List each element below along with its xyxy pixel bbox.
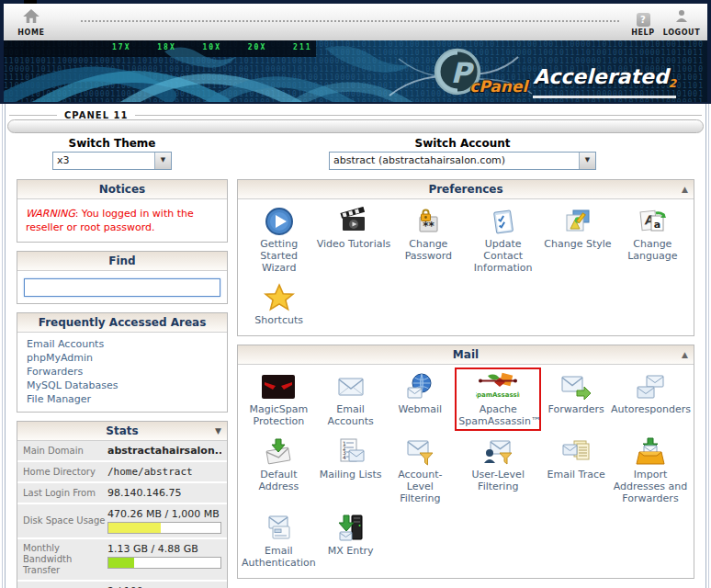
icon-item-import-addresses-and-forwarders[interactable]: Import Addresses and Forwarders <box>611 435 690 504</box>
cpanel-banner: 0100100111000011011011110101001110000011… <box>4 40 707 102</box>
top-frame: HOME HELP LOGOUT 01001001110000110110111… <box>0 0 711 104</box>
stats-row-value: abstractahairsalon... <box>107 445 221 457</box>
icon-item-update-contact-information[interactable]: Update Contact Information <box>466 205 540 274</box>
default-address-icon <box>264 435 293 469</box>
switch-account-group: Switch Account abstract (abstractahairsa… <box>329 137 596 170</box>
email-trace-icon <box>561 435 591 469</box>
star-icon <box>264 281 295 314</box>
envelope-icon <box>336 370 366 403</box>
stats-header[interactable]: Stats <box>17 422 227 441</box>
icon-item-label: Account-Level Filtering <box>386 469 456 504</box>
usage-bar-fill <box>108 523 161 533</box>
sidebar-link-forwarders[interactable]: Forwarders <box>27 365 218 379</box>
icon-item-apache-spamassassin[interactable]: SpamAssassinApache SpamAssassin™ <box>455 368 541 431</box>
stats-row-label: Monthly Bandwidth Transfer <box>23 543 107 576</box>
chevron-down-icon[interactable] <box>579 153 595 169</box>
icon-item-label: Update Contact Information <box>466 238 540 274</box>
sidebar-link-mysql-databases[interactable]: MySQL Databases <box>27 379 218 392</box>
sidebar-link-file-manager[interactable]: File Manager <box>27 392 218 406</box>
warning-prefix: WARNING <box>26 208 75 220</box>
icon-item-shortcuts[interactable]: Shortcuts <box>242 281 316 326</box>
chevron-down-icon[interactable] <box>154 153 171 169</box>
webmail-icon <box>405 370 434 403</box>
icon-item-magicspam-protection[interactable]: MagicSpam Protection <box>242 370 316 428</box>
icon-item-label: MagicSpam Protection <box>242 403 316 427</box>
usage-bar-fill <box>108 558 134 568</box>
icon-item-label: Autoresponders <box>611 403 690 415</box>
icon-item-label: Import Addresses and Forwarders <box>611 469 690 504</box>
account-select[interactable]: abstract (abstractahairsalon.com) <box>329 152 596 170</box>
section-header-preferences[interactable]: Preferences <box>238 180 694 199</box>
icon-item-webmail[interactable]: Webmail <box>386 370 456 428</box>
account-filter-icon <box>405 435 434 469</box>
usage-bar <box>107 522 221 534</box>
mx-entry-icon <box>336 512 366 545</box>
sidebar-link-phpmyadmin[interactable]: phpMyAdmin <box>27 351 218 365</box>
help-button[interactable]: HELP <box>626 9 660 37</box>
icon-item-label: Webmail <box>399 403 443 415</box>
autoresponder-icon <box>636 370 665 403</box>
brand-accelerated-text: Accelerated2 <box>533 65 676 98</box>
icon-item-label: Getting Started Wizard <box>242 238 316 274</box>
icon-item-change-language[interactable]: AaChange Language <box>615 205 690 274</box>
help-label: HELP <box>626 28 660 37</box>
icon-item-default-address[interactable]: Default Address <box>242 435 316 504</box>
icon-item-label: Change Password <box>391 238 466 262</box>
icon-item-label: Email Authentication <box>242 545 316 569</box>
icon-item-label: MX Entry <box>328 545 374 557</box>
mailing-lists-icon: 1234 <box>336 435 366 469</box>
sidebar-link-email-accounts[interactable]: Email Accounts <box>27 337 218 351</box>
find-input[interactable] <box>24 278 220 297</box>
switch-account-label: Switch Account <box>329 137 596 150</box>
cpanel11-strip: CPANEL 11 <box>0 104 711 137</box>
stats-row-label: Last Login From <box>23 488 107 499</box>
home-button[interactable]: HOME <box>13 9 50 37</box>
icon-item-label: User-Level Filtering <box>458 469 537 492</box>
icon-item-change-password[interactable]: **Change Password <box>391 205 466 274</box>
icon-item-email-authentication[interactable]: Email Authentication <box>242 512 316 569</box>
icon-item-user-level-filtering[interactable]: User-Level Filtering <box>455 435 541 504</box>
icon-grid: MagicSpam ProtectionEmail AccountsWebmai… <box>238 365 694 578</box>
stats-row-value: /home/abstract <box>107 466 221 478</box>
icon-item-autoresponders[interactable]: Autoresponders <box>611 370 690 428</box>
icon-item-email-accounts[interactable]: Email Accounts <box>316 370 386 428</box>
stats-row-label: Disk Space Usage <box>23 515 107 526</box>
icon-item-getting-started-wizard[interactable]: Getting Started Wizard <box>242 205 316 274</box>
logout-button[interactable]: LOGOUT <box>661 9 702 37</box>
icon-item-email-trace[interactable]: Email Trace <box>541 435 611 504</box>
theme-select-value: x3 <box>53 153 154 169</box>
svg-text:a: a <box>654 219 660 231</box>
feature-sections: PreferencesGetting Started WizardVideo T… <box>237 179 694 587</box>
icon-item-video-tutorials[interactable]: Video Tutorials <box>316 205 390 274</box>
stats-row-disk-space-usage: Disk Space Usage470.26 MB / 1,000 MB <box>17 504 227 539</box>
rounded-tab-bar <box>7 119 704 133</box>
frequently-accessed-header: Frequently Accessed Areas <box>17 313 227 333</box>
stats-row-last-login-from: Last Login From98.140.146.75 <box>17 483 227 504</box>
password-lock-icon: ** <box>413 205 443 238</box>
play-circle-icon <box>265 205 294 238</box>
theme-select[interactable]: x3 <box>52 152 172 170</box>
usage-bar <box>107 557 221 569</box>
icon-item-mailing-lists[interactable]: 1234Mailing Lists <box>316 435 386 504</box>
stats-row-email-accounts: Email Accounts2 / 100 <box>17 582 227 588</box>
top-toolbar: HOME HELP LOGOUT <box>4 4 707 41</box>
icon-item-label: Video Tutorials <box>317 238 391 250</box>
logout-icon <box>675 9 688 23</box>
stats-row-home-directory: Home Directory/home/abstract <box>17 462 227 483</box>
notices-panel: Notices WARNING: You logged in with the … <box>17 179 228 243</box>
switch-theme-group: Switch Theme x3 <box>52 137 172 170</box>
section-header-mail[interactable]: Mail <box>238 345 694 365</box>
icon-item-change-style[interactable]: Change Style <box>540 205 615 274</box>
brand-cpanel-text: cPanel <box>469 74 527 98</box>
icon-item-label: Email Accounts <box>316 403 386 427</box>
help-icon <box>637 13 650 27</box>
left-edge-outer <box>2 104 3 588</box>
user-filter-icon <box>483 435 513 469</box>
icon-item-mx-entry[interactable]: MX Entry <box>316 512 386 569</box>
import-box-icon <box>636 435 665 469</box>
icon-item-account-level-filtering[interactable]: Account-Level Filtering <box>386 435 456 504</box>
find-panel: Find <box>17 251 228 304</box>
right-edge-inner <box>705 104 706 588</box>
forward-envelope-icon <box>560 370 592 403</box>
icon-item-forwarders[interactable]: Forwarders <box>541 370 611 428</box>
